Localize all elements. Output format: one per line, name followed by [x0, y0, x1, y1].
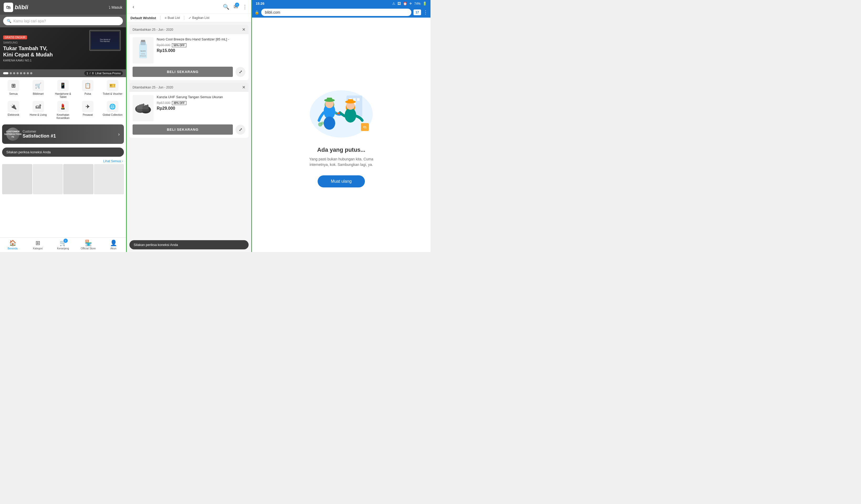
status-icons: ⚠ 🖼 ⏰ ✈ 74% 🔋 — [392, 2, 427, 5]
nav-beranda[interactable]: 🏠 Beranda — [0, 237, 25, 252]
carousel-dot-8[interactable] — [30, 72, 32, 74]
nav-akun[interactable]: 👤 Akun — [101, 237, 126, 252]
panel-browser-error: 15:26 ⚠ 🖼 ⏰ ✈ 74% 🔋 🔒 blibli.com 17 ⋮ — [252, 0, 430, 252]
search-icon[interactable]: 🔍 — [223, 4, 229, 10]
product-thumb-1[interactable] — [2, 164, 32, 194]
product-thumb-2[interactable] — [33, 164, 63, 194]
global-label: Global Collection — [102, 113, 123, 117]
category-pesawat[interactable]: ✈ Pesawat — [77, 101, 99, 120]
bliblimart-icon: 🛒 — [32, 80, 44, 91]
wishlist-tabs: Default Wishlist ≡ Buat List ⤢ Bagikan L… — [127, 14, 251, 22]
alarm-icon: ⏰ — [403, 2, 407, 5]
blibli-logo-text: blibli — [15, 4, 28, 11]
wishlist-item-2-date: Ditambahkan 25 - Jun - 2020 — [133, 85, 173, 89]
kesehatan-label: Kesehatan Kecantikan — [52, 113, 74, 120]
share-button-2[interactable]: ⤢ — [235, 125, 245, 135]
carousel-dot-5[interactable] — [20, 72, 22, 74]
wishlist-item-2-close[interactable]: ✕ — [242, 85, 245, 90]
satisfaction-arrow: › — [118, 132, 120, 137]
carousel-dot-2[interactable] — [10, 72, 12, 74]
buy-now-button-2[interactable]: BELI SEKARANG — [133, 124, 233, 135]
buy-now-button-1[interactable]: BELI SEKARANG — [133, 67, 233, 77]
svg-rect-27 — [348, 99, 353, 103]
blibli-logo-icon: 🛍 — [4, 3, 13, 12]
search-bar-container: 🔍 Kamu lagi cari apa? — [0, 15, 126, 27]
category-grid: ⊞ Semua 🛒 Bliblimart 📱 Handphone & Table… — [0, 77, 126, 122]
carousel-dot-3[interactable] — [13, 72, 15, 74]
product-thumb-3[interactable] — [63, 164, 94, 194]
bliblimart-label: Bliblimart — [33, 92, 44, 96]
handphone-label: Handphone & Tablet — [52, 92, 74, 99]
wishlist-item-1-date: Ditambahkan 25 - Jun - 2020 — [133, 28, 173, 31]
wishlist-item-2-header: Ditambahkan 25 - Jun - 2020 ✕ — [129, 83, 249, 92]
satisfaction-text: Customer Satisfaction #1 — [23, 130, 115, 139]
panel-wishlist: ‹ 🔍 ✉ 0 ⋮ Default Wishlist ≡ Buat List ⤢… — [126, 0, 252, 252]
satisfaction-badge: CUSTOMERSATISFACTION#1 — [6, 127, 19, 141]
reload-button[interactable]: Muat ulang — [318, 175, 365, 188]
nav-keranjang[interactable]: 🛒 0 Keranjang — [51, 237, 76, 252]
search-input[interactable]: 🔍 Kamu lagi cari apa? — [3, 17, 123, 25]
mail-badge: 0 — [235, 3, 239, 7]
akun-icon: 👤 — [110, 240, 117, 246]
masuk-button[interactable]: ⤵ Masuk — [109, 5, 122, 10]
svg-rect-21 — [327, 98, 332, 101]
carousel-dot-4[interactable] — [16, 72, 19, 74]
product-1-original-price: Rp30.000 — [157, 43, 170, 47]
back-button[interactable]: ‹ — [131, 3, 137, 11]
nav-kategori[interactable]: ⊞ Kategori — [25, 237, 51, 252]
mail-icon[interactable]: ✉ 0 — [234, 4, 238, 10]
category-bliblimart[interactable]: 🛒 Bliblimart — [27, 80, 49, 99]
category-kesehatan-kecantikan[interactable]: 💄 Kesehatan Kecantikan — [52, 101, 74, 120]
wishlist-items: Ditambahkan 25 - Jun - 2020 ✕ NUVO COOL … — [127, 22, 251, 240]
url-input[interactable]: blibli.com — [261, 9, 411, 16]
category-handphone-tablet[interactable]: 📱 Handphone & Tablet — [52, 80, 74, 99]
category-pulsa[interactable]: 📋 Pulsa — [77, 80, 99, 99]
tv-screen: The World ofThe Married — [91, 32, 119, 49]
category-ticket-voucher[interactable]: 🎫 Ticket & Voucher — [101, 80, 124, 99]
lihat-semua-row: Lihat Semua › — [0, 158, 126, 164]
category-global-collection[interactable]: 🌐 Global Collection — [101, 101, 124, 120]
carousel-dot-7[interactable] — [27, 72, 29, 74]
product-2-price: Rp29.000 — [157, 106, 245, 111]
category-home-living[interactable]: 🛋 Home & Living — [27, 101, 49, 120]
promo-banner[interactable]: GRATIS ONGKIR SAMSUNG Tukar Tambah TV,Ki… — [0, 27, 126, 69]
default-wishlist-label: Default Wishlist — [131, 16, 156, 20]
banner-tv-image: The World ofThe Married — [89, 30, 121, 51]
carousel-dot-6[interactable] — [23, 72, 26, 74]
bagikan-list-button[interactable]: ⤢ Bagikan List — [189, 16, 209, 20]
satisfaction-banner[interactable]: CUSTOMERSATISFACTION#1 Customer Satisfac… — [2, 124, 124, 144]
wishlist-item-2-info: Kanzia UHF Sarung Tangan Semua Ukuran Rp… — [157, 95, 245, 121]
home-icon: 🏠 — [9, 240, 16, 246]
keranjang-label: Keranjang — [57, 247, 69, 250]
product-2-discount: 49% OFF — [172, 101, 186, 105]
product-2-name: Kanzia UHF Sarung Tangan Semua Ukuran — [157, 95, 245, 99]
wishlist-item-1-close[interactable]: ✕ — [242, 27, 245, 32]
promo-button[interactable]: Lihat Semua Promo — [95, 72, 121, 75]
browser-more-icon[interactable]: ⋮ — [423, 10, 428, 15]
official-store-icon: 🏪 — [85, 240, 92, 246]
category-semua[interactable]: ⊞ Semua — [2, 80, 25, 99]
svg-rect-2 — [141, 40, 145, 42]
more-icon[interactable]: ⋮ — [242, 4, 247, 10]
category-elektronik[interactable]: 🔌 Elektronik — [2, 101, 25, 120]
carousel-dot-1[interactable] — [3, 72, 9, 74]
pesawat-label: Pesawat — [83, 113, 93, 117]
product-thumb-4[interactable] — [94, 164, 124, 194]
lihat-semua-link[interactable]: Lihat Semua › — [103, 159, 123, 163]
blibli-logo: 🛍 blibli — [4, 3, 28, 12]
home-living-label: Home & Living — [30, 113, 47, 117]
svg-text:NUVO: NUVO — [140, 50, 146, 52]
official-store-label: Official Store — [81, 247, 96, 250]
svg-text:🛍: 🛍 — [363, 125, 367, 129]
kesehatan-icon: 💄 — [57, 101, 69, 112]
status-time: 15:26 — [256, 2, 264, 5]
pesawat-icon: ✈ — [82, 101, 94, 112]
browser-address-bar: 🔒 blibli.com 17 ⋮ — [252, 7, 430, 17]
nav-official-store[interactable]: 🏪 Official Store — [76, 237, 101, 252]
svg-point-24 — [345, 108, 356, 123]
buat-list-button[interactable]: ≡ Buat List — [165, 16, 180, 20]
tab-count[interactable]: 17 — [413, 10, 421, 15]
app-header: 🛍 blibli ⤵ Masuk — [0, 0, 126, 15]
share-button-1[interactable]: ⤢ — [235, 67, 245, 77]
connection-toast: Silakan periksa koneksi Anda — [2, 148, 124, 157]
